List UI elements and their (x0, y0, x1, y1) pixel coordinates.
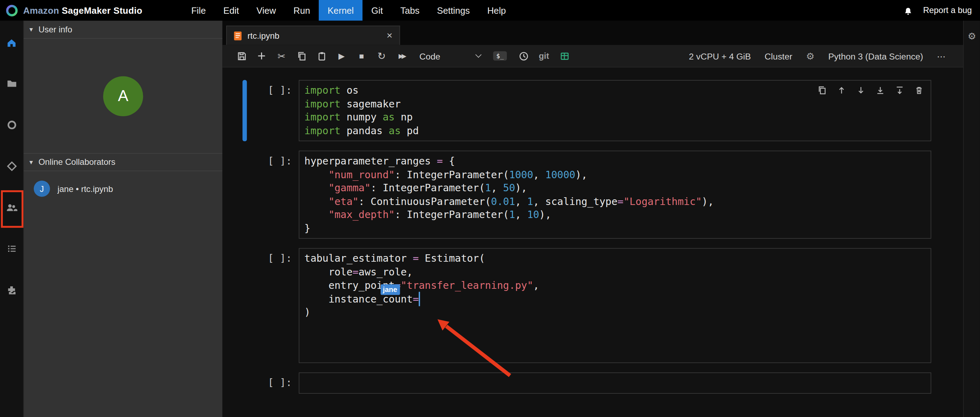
collapse-caret-icon: ▾ (29, 158, 33, 166)
notebook-diff-grid-icon[interactable] (559, 51, 570, 60)
menu-file[interactable]: File (183, 0, 215, 21)
main-menu: File Edit View Run Kernel Git Tabs Setti… (183, 0, 515, 21)
menu-tabs[interactable]: Tabs (392, 0, 428, 21)
running-circle-icon[interactable] (0, 104, 23, 145)
notebook-toolbar: ✂ ▶ ■ ↻ ▶▶ Code $_ (223, 45, 963, 68)
save-icon[interactable] (236, 51, 247, 61)
extensions-puzzle-icon[interactable] (0, 269, 23, 310)
notebook-scroll-area[interactable]: [ ]:import osimport sagemakerimport nump… (223, 68, 963, 417)
cell-editor[interactable]: import osimport sagemakerimport numpy as… (299, 80, 931, 141)
run-cell-icon[interactable]: ▶ (336, 51, 347, 60)
more-options-icon[interactable]: ⋯ (937, 51, 946, 61)
code-line: import sagemaker (304, 97, 926, 111)
cell-editor[interactable] (299, 372, 931, 393)
collaborators-section-header[interactable]: ▾ Online Collaborators (24, 153, 222, 171)
cell-editor[interactable]: tabular_estimator = Estimator( role=aws_… (299, 248, 931, 363)
session-settings-gear-icon[interactable]: ⚙ (968, 31, 976, 417)
code-line: import numpy as np (304, 111, 926, 124)
code-line (304, 376, 926, 390)
collaborator-avatar: J (34, 181, 50, 197)
user-info-body: A (24, 39, 222, 153)
cluster-label[interactable]: Cluster (765, 51, 792, 61)
notebook-cell[interactable]: [ ]:hyperparameter_ranges = { "num_round… (223, 151, 931, 239)
collaborators-title: Online Collaborators (38, 158, 115, 167)
tab-title: rtc.ipynb (248, 31, 280, 40)
launch-terminal-icon[interactable]: $_ (493, 51, 507, 60)
code-line: "max_depth": IntegerParameter(1, 10), (304, 208, 926, 221)
code-line (304, 333, 926, 346)
notification-bell-icon[interactable] (903, 5, 913, 15)
menu-view[interactable]: View (248, 0, 285, 21)
move-cell-up-icon[interactable] (836, 86, 847, 95)
code-line (304, 346, 926, 359)
tab-close-icon[interactable]: × (387, 31, 393, 40)
folder-icon[interactable] (0, 63, 23, 104)
copy-icon[interactable] (296, 51, 307, 61)
remote-cursor-caret (419, 291, 420, 306)
code-line: "gamma": IntegerParameter(1, 50), (304, 181, 926, 195)
cut-icon[interactable]: ✂ (276, 50, 287, 62)
chevron-down-icon (475, 51, 482, 58)
move-cell-down-icon[interactable] (856, 86, 866, 95)
side-panel: ▾ User info A ▾ Online Collaborators J j… (23, 21, 223, 417)
table-of-contents-icon[interactable] (0, 228, 23, 269)
user-info-title: User info (38, 25, 72, 34)
code-line: instance_count=jane (304, 292, 926, 306)
git-toolbar-icon[interactable]: git (539, 51, 549, 60)
active-cell-indicator (242, 80, 247, 141)
duplicate-cell-icon[interactable] (817, 86, 827, 95)
collapse-caret-icon: ▾ (29, 25, 33, 33)
menu-bar: Amazon SageMaker Studio File Edit View R… (0, 0, 980, 21)
code-line: role=aws_role, (304, 265, 926, 279)
insert-cell-icon[interactable] (256, 51, 267, 60)
activity-bar (0, 21, 23, 417)
sagemaker-logo-icon (6, 4, 18, 17)
tab-bar: rtc.ipynb × (223, 21, 963, 45)
notebook-tab[interactable]: rtc.ipynb × (226, 26, 400, 45)
notebook-file-icon (234, 31, 242, 40)
insert-cell-below-icon[interactable] (894, 86, 905, 95)
notebook-cell[interactable]: [ ]: (223, 372, 931, 393)
code-line: "num_round": IntegerParameter(1000, 1000… (304, 168, 926, 181)
code-line: } (304, 221, 926, 235)
delete-cell-icon[interactable] (914, 86, 924, 95)
paste-icon[interactable] (317, 51, 327, 61)
cell-hover-toolbar (817, 86, 924, 95)
menu-edit[interactable]: Edit (215, 0, 248, 21)
report-a-bug-link[interactable]: Report a bug (923, 6, 972, 15)
home-icon[interactable] (0, 22, 23, 63)
cell-type-dropdown[interactable]: Code (419, 51, 480, 61)
code-line (304, 319, 926, 333)
menu-settings[interactable]: Settings (428, 0, 479, 21)
menu-git[interactable]: Git (363, 0, 392, 21)
restart-run-all-icon[interactable]: ▶▶ (396, 53, 407, 59)
collaborators-icon[interactable] (0, 187, 23, 228)
sagemaker-studio-window: Amazon SageMaker Studio File Edit View R… (0, 0, 980, 417)
user-info-section-header[interactable]: ▾ User info (24, 21, 222, 39)
collaborator-list-item[interactable]: J jane • rtc.ipynb (24, 171, 222, 197)
git-diamond-icon[interactable] (0, 145, 23, 187)
notebook-cell[interactable]: [ ]:import osimport sagemakerimport nump… (223, 80, 931, 141)
notebook-cell[interactable]: [ ]:tabular_estimator = Estimator( role=… (223, 248, 931, 363)
cell-prompt: [ ]: (262, 80, 295, 141)
kernel-name-label[interactable]: Python 3 (Data Science) (828, 51, 923, 61)
menu-kernel[interactable]: Kernel (319, 0, 363, 21)
user-avatar: A (103, 76, 143, 116)
code-line: hyperparameter_ranges = { (304, 154, 926, 168)
instance-type-label[interactable]: 2 vCPU + 4 GiB (689, 51, 751, 61)
code-line: tabular_estimator = Estimator( (304, 252, 926, 265)
cell-type-value: Code (419, 51, 440, 61)
code-line: ) (304, 306, 926, 319)
menu-help[interactable]: Help (478, 0, 515, 21)
right-sidebar-strip: ⚙ (963, 21, 980, 417)
insert-cell-above-icon[interactable] (875, 86, 886, 95)
cell-editor[interactable]: hyperparameter_ranges = { "num_round": I… (299, 151, 931, 239)
app-title: Amazon SageMaker Studio (23, 5, 142, 15)
restart-kernel-icon[interactable]: ↻ (376, 50, 387, 62)
collaborator-label: jane • rtc.ipynb (57, 184, 113, 194)
cell-prompt: [ ]: (262, 248, 295, 363)
instance-gear-icon[interactable]: ⚙ (806, 50, 815, 62)
interrupt-kernel-icon[interactable]: ■ (356, 51, 367, 60)
menu-run[interactable]: Run (285, 0, 319, 21)
checkpoint-history-icon[interactable] (518, 51, 529, 61)
